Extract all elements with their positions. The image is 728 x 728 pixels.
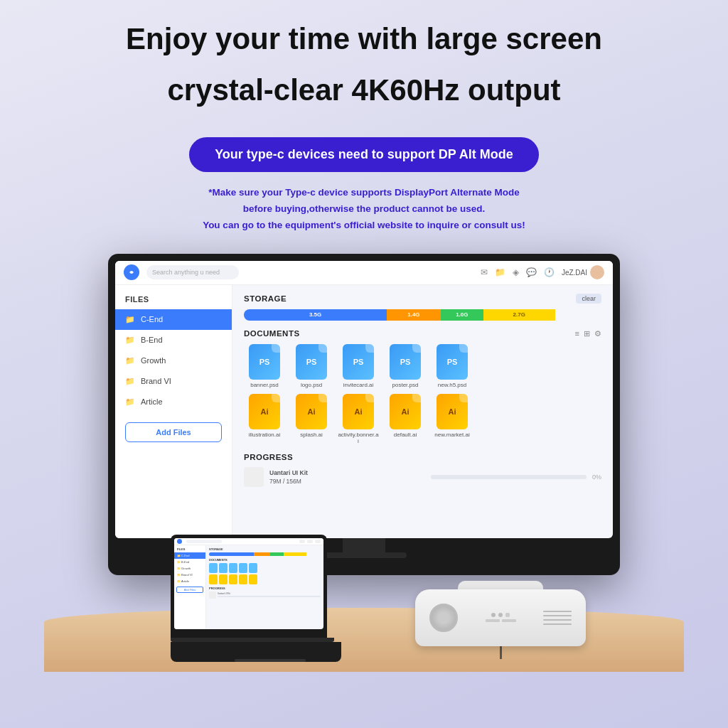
sidebar-item-brand-vi[interactable]: 📁 Brand VI [115,371,232,392]
file-name-invite: invitecard.ai [343,382,374,388]
file-activity-ai[interactable]: Ai activity.bonner.ai [338,394,379,444]
sidebar-title: FILES [115,295,232,309]
mini-ai-row [209,574,321,584]
file-thumb-ps-5: PS [437,344,468,380]
file-thumb-ps: PS [249,344,280,380]
projector-body [415,589,586,646]
progress-item-size: 79M / 156M [269,478,425,485]
file-thumb-ai-2: Ai [296,394,327,429]
layers-icon: ◈ [513,267,519,277]
mini-item-brand: 📁 Brand VI [174,572,205,578]
storage-bar: 3.5G 1.4G 1.0G 2.7G [244,309,601,321]
desk-scene: FILES 📁 C-End 📁 B-End 📁 Growth 📁 Brand V… [28,579,700,672]
storage-seg-orange: 1.4G [387,309,440,321]
sidebar-item-article[interactable]: 📁 Article [115,392,232,412]
sidebar-item-b-end[interactable]: 📁 B-End [115,330,232,350]
mini-item-growth: 📁 Growth [174,565,205,572]
message-icon: 💬 [526,267,537,277]
topbar-icons: ✉ 📁 ◈ 💬 🕐 JeZ.DAI [481,265,604,279]
title-line1: Enjoy your time with large screen [126,21,602,57]
file-thumb-ps-3: PS [343,344,374,380]
projector-cord [500,646,502,659]
file-name-splash: splash.ai [300,432,323,438]
vent-2 [543,615,572,616]
progress-pct: 0% [592,473,601,481]
file-new-h5-psd[interactable]: PS new.h5.psd [432,344,473,388]
file-name-h5: new.h5.psd [438,382,466,388]
user-name: JeZ.DAI [562,269,587,277]
folder-icon: 📁 [495,267,505,277]
file-name-banner: banner.psd [250,382,279,388]
file-invitecard-ai[interactable]: PS invitecard.ai [338,344,379,388]
app-logo [124,264,139,280]
documents-title: DOCUMENTS [244,329,300,338]
sidebar-item-c-end[interactable]: 📁 C-End [115,309,232,330]
monitor-stand-neck [343,538,385,552]
sidebar-label-b-end: B-End [141,336,163,344]
mini-sidebar: FILES 📁 C-End 📁 B-End 📁 Growth 📁 Brand V… [174,545,206,629]
projector-controls [458,613,543,622]
mini-logo [177,539,182,544]
mini-storage-bar [209,552,321,556]
dp-alt-mode-badge: Your type-c devices need to support DP A… [189,137,539,172]
clear-button[interactable]: clear [576,294,601,304]
file-name-activity: activity.bonner.ai [338,432,379,444]
laptop-hinge [171,638,334,642]
note-text: *Make sure your Type-c device supports D… [203,185,525,234]
ps-files-row: PS banner.psd PS logo.psd PS invitecard.… [244,344,601,388]
projector-lens [429,604,458,632]
monitor: Search anything u need ✉ 📁 ◈ 💬 🕐 JeZ.DAI [108,254,620,575]
file-market-ai[interactable]: Ai new.market.ai [432,394,473,444]
progress-section: PROGRESS Uantari UI Kit 79M / 156M 0% [244,450,601,487]
file-name-logo: logo.psd [301,382,322,388]
progress-item-info: Uantari UI Kit 79M / 156M [269,469,425,485]
list-view-icon[interactable]: ≡ [575,329,579,338]
storage-seg-blue: 3.5G [244,309,387,321]
file-thumb-ai-4: Ai [390,394,421,429]
grid-view-icon[interactable]: ⊞ [584,329,590,338]
main-title: Enjoy your time with large screen crysta… [126,21,602,124]
mini-main: STORAGE DOCUMENTS [206,545,323,629]
mini-sidebar-title: FILES [174,547,205,552]
file-name-default: default.ai [394,432,417,438]
search-bar[interactable]: Search anything u need [146,265,239,279]
file-thumb-ai-5: Ai [437,394,468,429]
file-banner-psd[interactable]: PS banner.psd [244,344,285,388]
docs-view-icons: ≡ ⊞ ⚙ [575,329,601,338]
mini-item-c-end: 📁 C-End [174,552,205,559]
search-placeholder: Search anything u need [152,269,220,276]
sidebar-label-growth: Growth [141,356,166,365]
title-line2: crystal-clear 4K60Hz output [126,73,602,108]
file-name-market: new.market.ai [434,432,469,438]
sidebar-label-brand: Brand VI [141,377,171,385]
add-files-button[interactable]: Add Files [125,422,222,442]
sidebar: FILES 📁 C-End 📁 B-End 📁 Growth 📁 [115,285,232,538]
desk-surface [44,608,684,672]
sidebar-label-article: Article [141,397,163,406]
file-splash-ai[interactable]: Ai splash.ai [291,394,332,444]
progress-item-name: Uantari UI Kit [269,469,425,476]
progress-title: PROGRESS [244,453,293,461]
folder-icon-b-end: 📁 [125,336,135,345]
progress-bar-wrap [431,475,587,479]
file-illustration-ai[interactable]: Ai illustration.ai [244,394,285,444]
file-thumb-ps-4: PS [390,344,421,380]
clock-icon: 🕐 [544,267,555,277]
file-name-poster: poster.psd [392,382,419,388]
mini-item-b-end: 📁 B-End [174,559,205,565]
file-default-ai[interactable]: Ai default.ai [385,394,426,444]
vent-1 [543,611,572,612]
app-body: FILES 📁 C-End 📁 B-End 📁 Growth 📁 [115,285,613,538]
folder-icon-brand: 📁 [125,377,135,386]
file-poster-psd[interactable]: PS poster.psd [385,344,426,388]
sidebar-item-growth[interactable]: 📁 Growth [115,350,232,371]
progress-item-thumb [244,467,264,487]
file-logo-psd[interactable]: PS logo.psd [291,344,332,388]
monitor-screen: Search anything u need ✉ 📁 ◈ 💬 🕐 JeZ.DAI [115,261,613,538]
mini-app: FILES 📁 C-End 📁 B-End 📁 Growth 📁 Brand V… [174,538,323,629]
file-thumb-ai-1: Ai [249,394,280,429]
storage-seg-green: 1.0G [441,309,483,321]
settings-icon[interactable]: ⚙ [594,329,601,338]
mini-body: FILES 📁 C-End 📁 B-End 📁 Growth 📁 Brand V… [174,545,323,629]
file-thumb-ps-2: PS [296,344,327,380]
